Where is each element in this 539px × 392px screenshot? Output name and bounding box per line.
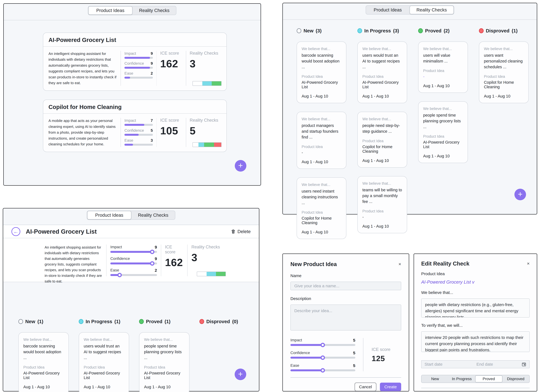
reality-check-card[interactable]: We believe that... users will value mini… [418,42,468,93]
status-option-proved[interactable]: Proved [475,375,502,382]
view-tabs: Product Ideas Reality Checks [87,211,175,220]
tab-product-ideas[interactable]: Product Ideas [87,211,131,219]
divider [3,225,259,225]
board-column-new: New(3) We believe that... barcode scanni… [297,28,346,239]
slider-knob[interactable] [321,355,325,360]
cancel-button[interactable]: Cancel [355,383,376,391]
confidence-value: 5 [353,351,355,355]
divider [283,19,537,20]
impact-slider[interactable] [110,251,157,253]
product-idea-label: Product Idea [423,69,463,73]
tab-product-ideas[interactable]: Product Ideas [366,6,410,14]
close-icon[interactable]: × [398,262,401,266]
confidence-slider[interactable] [110,263,157,264]
believe-label: We believe that... [423,47,463,51]
confidence-bar [125,134,153,136]
divider [186,118,186,147]
back-arrow-icon: ← [13,229,19,235]
tab-reality-checks[interactable]: Reality Checks [410,6,454,14]
product-idea-label: Product Idea [23,365,64,369]
column-count: (2) [444,28,450,33]
reality-check-card[interactable]: We believe that... barcode scanning woul… [18,332,69,392]
verify-input[interactable]: interview 20 people with such restrictio… [421,331,529,352]
reality-check-card[interactable]: We believe that... people spend time pla… [139,332,189,392]
ease-bar [125,144,153,146]
slider-knob[interactable] [150,261,154,266]
proved-status-icon [418,28,423,33]
date-range-input[interactable]: Start date End date [421,360,529,368]
reality-check-card[interactable]: We believe that... teams will be willing… [357,176,407,233]
reality-check-card[interactable]: We believe that... people need step-by-s… [357,112,407,168]
delete-button[interactable]: Delete [231,229,251,234]
belief-text: users need instant cleaning instructions… [302,188,341,206]
slider-knob[interactable] [117,273,122,277]
reality-checks-label: Reality Checks [191,245,226,250]
detail-header: ← AI-Powered Grocery List Delete [3,225,259,238]
add-reality-check-button[interactable]: + [235,368,246,380]
status-option-in-progress[interactable]: In Progress [448,375,475,382]
reality-check-card[interactable]: We believe that... barcode scanning woul… [297,42,346,103]
believe-label: We believe that... [423,107,463,111]
status-option-new[interactable]: New [422,375,448,382]
confidence-label: Confidence [110,256,130,261]
idea-name-input[interactable] [290,282,401,290]
new-status-icon [18,319,23,324]
verify-label: To verify that, we will... [421,323,529,328]
column-name: New [303,28,313,33]
tab-reality-checks[interactable]: Reality Checks [132,6,176,15]
believe-label: We believe that... [421,290,529,295]
impact-value: 9 [155,245,157,250]
product-idea-card[interactable]: AI-Powered Grocery List An intelligent s… [43,33,227,91]
modal-title: Edit Reality Check [421,260,469,267]
in-progress-status-icon [357,28,362,33]
impact-slider[interactable] [290,344,355,346]
tab-product-ideas[interactable]: Product Ideas [88,6,132,15]
reality-check-card[interactable]: We believe that... users would trust an … [357,42,407,103]
plus-icon: + [518,190,523,198]
believe-label: We believe that... [362,47,402,51]
status-option-disproved[interactable]: Disproved [502,375,529,382]
ease-slider[interactable] [290,369,355,371]
reality-checks-count: 5 [190,125,221,137]
back-button[interactable]: ← [11,227,20,236]
slider-knob[interactable] [321,343,325,347]
reality-check-card[interactable]: We believe that... users need instant cl… [297,177,346,239]
calendar-icon [522,362,526,367]
reality-check-card[interactable]: We believe that... product managers and … [297,112,346,169]
confidence-slider[interactable] [290,357,355,359]
column-name: In Progress [364,28,391,33]
close-icon[interactable]: × [527,261,529,266]
date-range: Aug 1 - Aug 10 [84,380,124,389]
add-idea-button[interactable]: + [235,160,246,172]
divider [290,377,401,378]
column-cards: We believe that... users would trust an … [79,332,129,392]
board-column-proved: Proved(1) We believe that... people spen… [139,319,189,392]
ease-value: 3 [151,138,153,143]
believe-label: We believe that... [23,338,64,342]
product-idea-select[interactable]: AI-Powered Grocery List v [421,279,474,285]
divider [186,51,186,86]
slider-knob[interactable] [321,368,325,373]
column-name: In Progress [86,319,112,324]
reality-check-card[interactable]: We believe that... users want personaliz… [479,42,529,103]
ease-value: 2 [155,268,157,273]
ease-slider[interactable] [110,274,157,276]
tab-reality-checks[interactable]: Reality Checks [131,211,175,219]
product-idea-name: Copilot for Home Cleaning [302,216,341,225]
believe-label: We believe that... [484,47,524,51]
add-reality-check-button[interactable]: + [515,189,526,200]
reality-check-card[interactable]: We believe that... people spend time pla… [418,101,468,163]
status-segmented-control: New In Progress Proved Disproved [421,375,529,383]
column-count: (0) [232,319,238,324]
reality-check-card[interactable]: We believe that... users would trust an … [79,332,129,392]
create-button[interactable]: Create [380,383,401,391]
column-count: (1) [165,319,171,324]
slider-knob[interactable] [150,250,154,254]
ease-label: Ease [290,363,299,368]
idea-description-input[interactable] [290,305,401,331]
believe-label: We believe that... [302,183,341,187]
product-idea-card[interactable]: Copilot for Home Cleaning A mobile app t… [43,99,227,152]
end-date-placeholder: End date [476,362,522,367]
confidence-label: Confidence [125,128,144,133]
believe-input[interactable]: people with dietary restrictions (e.g., … [421,298,529,317]
